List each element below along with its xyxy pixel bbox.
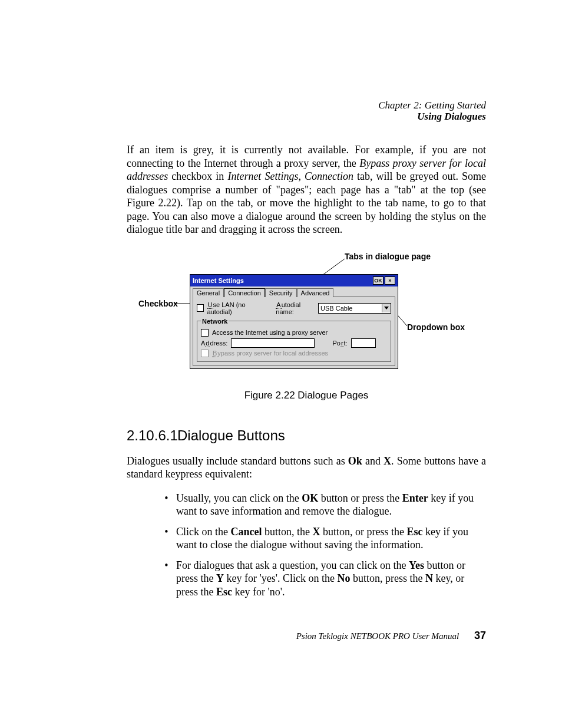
tab-general[interactable]: General <box>193 288 224 297</box>
autodial-value: USB Cable <box>319 305 382 312</box>
network-group: Network Access the Internet using a prox… <box>197 318 391 362</box>
figure-2-22: Tabs in dialogue page Checkbox Dropdown … <box>127 253 486 383</box>
page-number: 37 <box>474 630 486 641</box>
page-header: Chapter 2: Getting Started Using Dialogu… <box>127 100 486 122</box>
figure-caption: Figure 2.22 Dialogue Pages <box>127 390 486 401</box>
ok-button[interactable]: OK <box>373 276 384 285</box>
close-button[interactable]: × <box>385 276 395 285</box>
callout-tabs: Tabs in dialogue page <box>345 252 431 261</box>
network-legend: Network <box>201 318 229 325</box>
port-input[interactable] <box>351 338 376 348</box>
proxy-checkbox[interactable] <box>201 329 209 337</box>
dialog-title: Internet Settings <box>193 277 244 284</box>
port-label: Port: <box>332 340 347 347</box>
dialog-panel: Use LAN (no autodial) Autodial name: USB… <box>193 297 395 366</box>
dialog-titlebar[interactable]: Internet Settings OK × <box>190 275 398 286</box>
page-footer: Psion Teklogix NETBOOK PRO User Manual 3… <box>127 630 486 642</box>
intro-paragraph: If an item is grey, it is currently not … <box>127 143 486 236</box>
uselan-label: Use LAN (no autodial) <box>207 301 264 315</box>
list-item: Usually, you can click on the OK button … <box>176 492 486 518</box>
proxy-label: Access the Internet using a proxy server <box>212 329 328 336</box>
chapter-label: Chapter 2: Getting Started <box>127 100 486 111</box>
callout-checkbox: Checkbox <box>138 299 178 308</box>
autodial-dropdown[interactable]: USB Cable <box>318 303 391 314</box>
bypass-checkbox <box>201 350 209 357</box>
chevron-down-icon[interactable] <box>382 304 391 312</box>
heading-dialogue-buttons: 2.10.6.1Dialogue Buttons <box>127 427 486 444</box>
bypass-label: Bypass proxy server for local addresses <box>212 350 328 357</box>
section-label: Using Dialogues <box>127 111 486 123</box>
list-item: Click on the Cancel button, the X button… <box>176 525 486 552</box>
dialogue-buttons-intro: Dialogues usually include standard butto… <box>127 454 486 481</box>
dialog-tabs: General Connection Security Advanced <box>190 286 398 297</box>
address-input[interactable] <box>231 338 315 348</box>
callout-dropdown: Dropdown box <box>407 322 465 332</box>
uselan-checkbox[interactable] <box>197 304 204 312</box>
list-item: For dialogues that ask a question, you c… <box>176 559 486 599</box>
tab-security[interactable]: Security <box>265 288 297 297</box>
dialog-internet-settings: Internet Settings OK × General Connectio… <box>190 274 398 369</box>
tab-connection[interactable]: Connection <box>224 288 265 297</box>
footer-text: Psion Teklogix NETBOOK PRO User Manual <box>296 631 459 641</box>
address-label: Address: <box>201 340 227 347</box>
bullet-list: Usually, you can click on the OK button … <box>127 492 486 599</box>
autodial-label: Autodial name: <box>276 301 315 315</box>
tab-advanced[interactable]: Advanced <box>297 288 334 297</box>
